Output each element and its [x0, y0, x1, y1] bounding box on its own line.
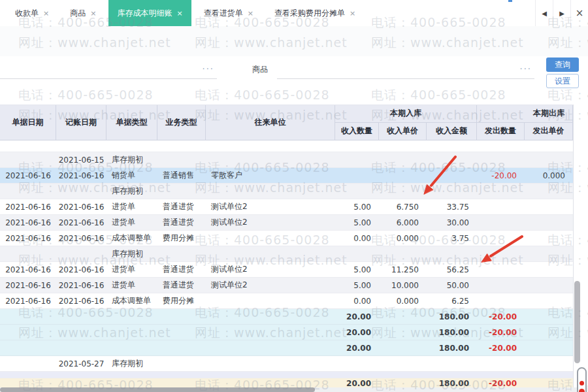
table-row[interactable]: 2021-06-162021-06-16成本调整单费用分摊0.000.0003.… [0, 231, 573, 246]
table-cell [56, 246, 106, 261]
table-cell: 普通销售 [157, 168, 206, 183]
table-cell: 180.00 [427, 340, 477, 355]
table-cell: 库存期初 [106, 356, 157, 371]
column-header: 收入单价 [379, 123, 427, 140]
table-cell: 测试单位2 [206, 215, 335, 230]
table-cell: 0.000 [379, 293, 427, 308]
table-row[interactable]: 20.00180.00-20.00 [0, 378, 573, 388]
table-cell [206, 140, 335, 152]
tab-label: 商品 [70, 8, 86, 19]
table-row[interactable]: 2021-06-162021-06-16进货单普通进货测试单位25.0010.0… [0, 278, 573, 293]
more-options-icon[interactable]: ··· [203, 64, 214, 74]
table-cell [106, 340, 157, 355]
table-cell [0, 372, 56, 378]
table-cell [206, 246, 335, 261]
table-row[interactable]: 20.00180.00-20.00 [0, 340, 573, 356]
table-cell [525, 246, 573, 261]
column-header: 收入金额 [427, 123, 477, 140]
table-row[interactable]: 2021-05-27库存期初 [0, 356, 573, 372]
tab-2[interactable]: 商品× [61, 0, 105, 26]
group-header-out: 本期出库 [477, 105, 573, 123]
table-cell: 测试单位2 [206, 262, 335, 277]
table-row[interactable]: 2021-06-162021-06-16进货单普通进货测试单位25.006.75… [0, 199, 573, 215]
table-cell: 6.000 [379, 215, 427, 230]
table-cell: 2021-06-16 [0, 231, 56, 246]
tab-close-icon[interactable]: × [43, 9, 49, 18]
table-cell: 180.00 [427, 325, 477, 340]
table-cell [427, 152, 477, 167]
table-row[interactable]: 库存期初 [0, 184, 573, 199]
table-row[interactable]: 2021-06-162021-06-16销货单普通销售零散客户-20.000.0… [0, 168, 573, 184]
product-filter-input[interactable]: ··· [277, 63, 534, 79]
table-cell [206, 325, 335, 340]
table-row[interactable]: 2021-06-162021-06-16进货单普通进货测试单位25.0011.2… [0, 262, 573, 278]
table-cell [379, 340, 427, 355]
table-cell [0, 356, 56, 371]
table-cell: 零散客户 [206, 168, 335, 183]
column-header: 发出单价 [525, 123, 573, 140]
query-button[interactable]: 查询 [546, 57, 579, 72]
table-cell [525, 262, 573, 277]
table-cell: 6.25 [427, 293, 477, 308]
table-cell: 库存期初 [106, 246, 157, 261]
table-cell [56, 184, 106, 199]
table-cell [525, 231, 573, 246]
table-cell [56, 140, 106, 152]
table-row[interactable]: 20.00180.00-20.00 [0, 309, 573, 325]
table-cell [525, 356, 573, 371]
table-cell [206, 340, 335, 355]
table-cell [525, 278, 573, 293]
table-cell [0, 152, 56, 167]
table-cell: 销货单 [106, 168, 157, 183]
table-cell: 20.00 [335, 309, 379, 324]
table-cell: 测试单位2 [206, 199, 335, 214]
tab-5[interactable]: 查看采购费用分摊单× [266, 0, 364, 26]
vertical-scrollbar-thumb[interactable] [574, 281, 580, 363]
table-cell [525, 140, 573, 152]
tab-close-icon[interactable]: × [176, 9, 182, 18]
column-header: 收入数量 [335, 123, 379, 140]
table-cell [157, 356, 206, 371]
table-cell [379, 309, 427, 324]
table-cell: 5.00 [335, 278, 379, 293]
settings-button[interactable]: 设置 [546, 74, 579, 88]
table-cell: 2021-06-16 [0, 199, 56, 214]
tab-3[interactable]: 库存成本明细账× [108, 0, 191, 26]
tabs-scroll-left-icon[interactable]: ◀ [535, 0, 553, 26]
table-row[interactable]: 库存期初 [0, 246, 573, 262]
table-cell [157, 372, 206, 378]
filter-input-1[interactable]: ··· [0, 63, 217, 79]
table-cell [477, 184, 525, 199]
table-cell [525, 325, 573, 340]
table-cell [477, 372, 525, 378]
table-cell [206, 231, 335, 246]
table-row[interactable]: 20.00180.00-20.00 [0, 325, 573, 340]
table-row[interactable] [0, 372, 573, 378]
table-row[interactable]: 2021-06-162021-06-16进货单普通进货测试单位25.006.00… [0, 215, 573, 231]
table-cell: 费用分摊 [157, 293, 206, 308]
tab-close-icon[interactable]: × [248, 9, 253, 18]
table-cell: 普通进货 [157, 262, 206, 277]
more-options-icon[interactable]: ··· [520, 64, 532, 74]
tab-1[interactable]: 收款单× [7, 0, 57, 26]
table-cell: 2021-06-16 [56, 215, 106, 230]
tabs-scroll-right-icon[interactable]: ▶ [553, 0, 570, 26]
table-row[interactable] [0, 140, 573, 152]
table-cell [206, 309, 335, 324]
table-row[interactable]: 2021-06-162021-06-16成本调整单费用分摊0.000.0006.… [0, 293, 573, 309]
tabs-close-icon[interactable]: × [570, 0, 588, 26]
horizontal-scrollbar-thumb[interactable] [0, 387, 315, 392]
table-row[interactable]: 2021-06-15库存期初 [0, 152, 573, 168]
column-header: 业务类型 [157, 105, 206, 140]
table-cell: 2021-06-16 [56, 293, 106, 308]
tab-close-icon[interactable]: × [90, 9, 96, 18]
table-cell [379, 184, 427, 199]
tab-close-icon[interactable]: × [350, 9, 355, 18]
table-cell: 0.00 [335, 293, 379, 308]
table-cell [56, 378, 106, 388]
table-cell [379, 246, 427, 261]
table-cell: 180.00 [427, 378, 477, 388]
tab-4[interactable]: 查看进货单× [195, 0, 262, 26]
table-cell: 56.25 [427, 262, 477, 277]
horizontal-scrollbar-track [0, 387, 588, 392]
